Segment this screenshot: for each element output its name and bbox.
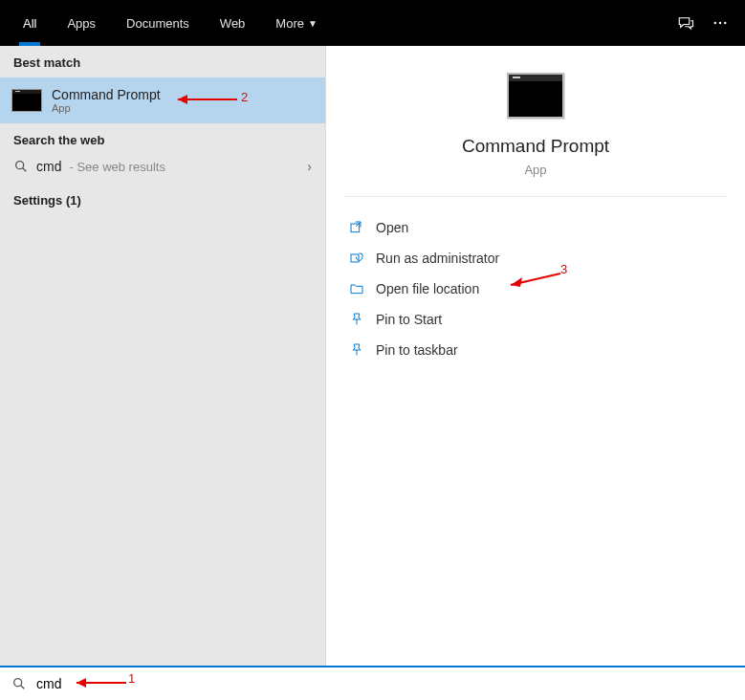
best-match-result[interactable]: Command Prompt App [0,77,325,123]
action-run-as-administrator[interactable]: Run as administrator [343,243,728,273]
folder-icon [349,281,364,296]
more-options-icon[interactable] [703,6,737,40]
svg-point-0 [714,22,716,24]
tab-web[interactable]: Web [205,0,261,46]
best-match-header: Best match [0,46,325,77]
open-icon [349,220,364,235]
svg-point-2 [724,22,726,24]
web-result-label: cmd [36,159,61,174]
action-open-file-location[interactable]: Open file location [343,273,728,304]
filter-tabs: All Apps Documents Web More▼ [8,0,333,46]
svg-point-10 [14,679,22,687]
best-match-title: Command Prompt [52,87,161,102]
tab-documents[interactable]: Documents [111,0,205,46]
shield-icon [349,251,364,266]
chevron-down-icon: ▼ [308,18,318,29]
detail-panel: Command Prompt App Open Run as administr… [325,46,745,666]
best-match-subtitle: App [52,102,161,114]
search-bar[interactable] [0,666,745,700]
app-large-icon [507,73,564,119]
search-icon [11,676,27,691]
tab-all[interactable]: All [8,0,52,46]
svg-point-1 [719,22,721,24]
search-icon [13,159,29,174]
action-open[interactable]: Open [343,212,728,243]
tab-more[interactable]: More▼ [260,0,333,46]
svg-point-3 [16,162,24,169]
tab-apps[interactable]: Apps [52,0,111,46]
svg-rect-7 [351,254,359,262]
command-prompt-icon [11,89,42,112]
detail-subtitle: App [343,163,728,177]
action-pin-to-taskbar[interactable]: Pin to taskbar [343,335,728,365]
web-result-hint: - See web results [69,160,164,174]
svg-line-11 [21,686,25,689]
search-topbar: All Apps Documents Web More▼ [0,0,745,46]
chevron-right-icon: › [307,159,312,174]
action-pin-to-start[interactable]: Pin to Start [343,304,728,335]
results-panel: Best match Command Prompt App Search the… [0,46,325,666]
settings-header[interactable]: Settings (1) [0,184,325,215]
web-result-row[interactable]: cmd - See web results › [0,155,325,184]
search-main: Best match Command Prompt App Search the… [0,46,745,666]
action-list: Open Run as administrator Open file loca… [343,197,728,381]
detail-title: Command Prompt [343,136,728,157]
svg-line-4 [23,168,27,172]
search-web-header: Search the web [0,123,325,155]
feedback-icon[interactable] [668,6,703,40]
pin-icon [349,342,364,358]
search-input[interactable] [36,676,734,691]
pin-icon [349,312,364,327]
